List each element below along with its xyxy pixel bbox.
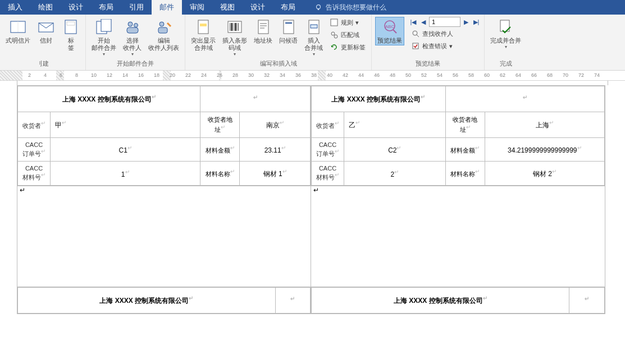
group-label-preview: 预览结果 [375, 58, 481, 70]
ruler-tick: 42 [343, 72, 348, 78]
menu-bar: 插入 绘图 设计 布局 引用 邮件 审阅 视图 设计 布局 告诉我你想要做什么 [0, 0, 625, 15]
address-icon [257, 19, 270, 35]
finish-merge-button[interactable]: 完成并合并▾ [488, 17, 523, 50]
tab-insert[interactable]: 插入 [0, 0, 30, 15]
tab-draw[interactable]: 绘图 [30, 0, 61, 15]
svg-point-12 [159, 22, 164, 26]
tab-mailings[interactable]: 邮件 [152, 0, 182, 15]
first-record-button[interactable]: |◀ [409, 17, 418, 26]
last-record-button[interactable]: ▶| [472, 17, 481, 26]
update-labels-button[interactable]: 更新标签 [327, 42, 368, 53]
edit-recipients-button[interactable]: 编辑 收件人列表 [146, 17, 181, 53]
svg-rect-6 [67, 22, 75, 25]
ruler-tick: 46 [374, 72, 380, 78]
ruler-tick: 4 [44, 72, 47, 78]
chevron-down-icon: ▾ [103, 52, 105, 57]
label-icon [64, 19, 77, 35]
edit-list-icon [156, 20, 172, 34]
label-row: 上海 XXXX 控制系统有限公司↵↵ 收货者↵甲↵收货者地址↵南京↵ CACC … [17, 85, 608, 186]
company-title: 上海 XXXX 控制系统有限公司 [331, 95, 421, 103]
ribbon-group-preview: ABC 预览结果 |◀ ◀ ▶ ▶| 查找收件人 检查错误 ▾ 预览结果 [372, 15, 485, 70]
ruler-tick: 68 [547, 72, 553, 78]
check-errors-button[interactable]: 检查错误 ▾ [409, 40, 481, 52]
next-record-button[interactable]: ▶ [462, 17, 471, 26]
tab-references[interactable]: 引用 [121, 0, 152, 15]
ruler-tick: 34 [280, 72, 285, 78]
label-cell[interactable]: 上海 XXXX 控制系统有限公司↵↵ [311, 287, 605, 314]
preview-icon: ABC [381, 20, 398, 34]
check-icon [412, 42, 419, 50]
postcard-button[interactable]: 式明信片 [3, 17, 33, 45]
rules-icon [330, 19, 338, 26]
record-number-input[interactable] [429, 17, 460, 27]
tell-me-search[interactable]: 告诉我你想要做什么 [314, 3, 386, 12]
label-row: 上海 XXXX 控制系统有限公司↵↵ 上海 XXXX 控制系统有限公司↵↵ [17, 287, 608, 314]
svg-rect-15 [198, 20, 208, 34]
select-recipients-button[interactable]: 选择 收件人▾ [121, 17, 144, 58]
ruler-tick: 62 [500, 72, 505, 78]
document-area[interactable]: 上海 XXXX 控制系统有限公司↵↵ 收货者↵甲↵收货者地址↵南京↵ CACC … [0, 81, 625, 364]
tab-review[interactable]: 审阅 [182, 0, 212, 15]
envelope-button[interactable]: 信封 [35, 17, 57, 45]
ruler-tick: 64 [515, 72, 521, 78]
svg-line-38 [417, 35, 419, 37]
label-cell[interactable]: 上海 XXXX 控制系统有限公司↵↵ 收货者↵甲↵收货者地址↵南京↵ CACC … [17, 85, 311, 186]
barcode-button[interactable]: 插入条形 码域▾ [220, 17, 249, 58]
rules-button[interactable]: 规则 ▾ [327, 17, 368, 28]
ruler-tick: 10 [91, 72, 97, 78]
ruler-tick: 70 [563, 72, 568, 78]
find-recipient-button[interactable]: 查找收件人 [409, 28, 481, 39]
chevron-down-icon: ▾ [505, 44, 507, 49]
ruler-tick: 6 [60, 72, 62, 78]
horizontal-ruler[interactable]: 2468101214161820222426283032343638404244… [0, 71, 625, 81]
group-label-finish: 完成 [488, 58, 523, 70]
greeting-icon [282, 19, 295, 35]
svg-rect-30 [311, 25, 317, 28]
svg-rect-27 [284, 20, 294, 34]
tab-design-2[interactable]: 设计 [243, 0, 273, 15]
svg-rect-31 [331, 19, 337, 26]
greeting-line-button[interactable]: 问候语 [277, 17, 300, 45]
highlight-fields-button[interactable]: 突出显示 合并域 [189, 17, 218, 53]
update-icon [330, 43, 338, 51]
label-cell[interactable]: 上海 XXXX 控制系统有限公司↵↵ [17, 287, 311, 314]
tab-layout-2[interactable]: 布局 [273, 0, 303, 15]
label-button[interactable]: 标 签 [60, 17, 82, 53]
tab-design[interactable]: 设计 [61, 0, 91, 15]
start-merge-button[interactable]: 开始 邮件合并▾ [89, 17, 118, 58]
chevron-down-icon: ▾ [355, 19, 359, 26]
svg-rect-13 [158, 27, 167, 33]
barcode-icon [227, 20, 243, 34]
ruler-tick: 18 [154, 72, 159, 78]
svg-rect-11 [127, 27, 138, 33]
svg-line-14 [167, 23, 171, 26]
chevron-down-icon: ▾ [131, 52, 134, 57]
match-fields-button[interactable]: 匹配域 [327, 29, 368, 40]
prev-record-button[interactable]: ◀ [419, 17, 428, 26]
insert-merge-field-button[interactable]: 插入 合并域▾ [302, 17, 325, 58]
tab-layout[interactable]: 布局 [91, 0, 121, 15]
ruler-tick: 44 [358, 72, 364, 78]
group-label-write: 编写和插入域 [189, 58, 368, 70]
ruler-tick: 56 [453, 72, 458, 78]
address-block-button[interactable]: 地址块 [252, 17, 275, 45]
tab-view[interactable]: 视图 [212, 0, 243, 15]
svg-point-10 [134, 24, 138, 27]
svg-rect-16 [200, 24, 207, 26]
preview-results-button[interactable]: ABC 预览结果 [375, 17, 404, 45]
ruler-tick: 28 [232, 72, 238, 78]
ruler-tick: 50 [405, 72, 411, 78]
company-title: 上海 XXXX 控制系统有限公司 [394, 297, 483, 305]
ruler-tick: 20 [170, 72, 175, 78]
svg-text:ABC: ABC [385, 24, 395, 29]
chevron-down-icon: ▾ [313, 52, 315, 57]
label-cell[interactable]: 上海 XXXX 控制系统有限公司↵↵ 收货者↵乙↵收货者地址↵上海↵ CACC … [311, 85, 605, 186]
svg-point-9 [128, 22, 133, 26]
ribbon-group-start-merge: 开始 邮件合并▾ 选择 收件人▾ 编辑 收件人列表 开始邮件合并 [86, 15, 185, 70]
record-navigator: |◀ ◀ ▶ ▶| [409, 17, 481, 27]
tell-me-placeholder: 告诉我你想要做什么 [326, 3, 386, 12]
svg-line-36 [393, 30, 396, 33]
ruler-tick: 32 [264, 72, 270, 78]
ruler-tick: 38 [311, 72, 317, 78]
company-title: 上海 XXXX 控制系统有限公司 [99, 297, 189, 305]
